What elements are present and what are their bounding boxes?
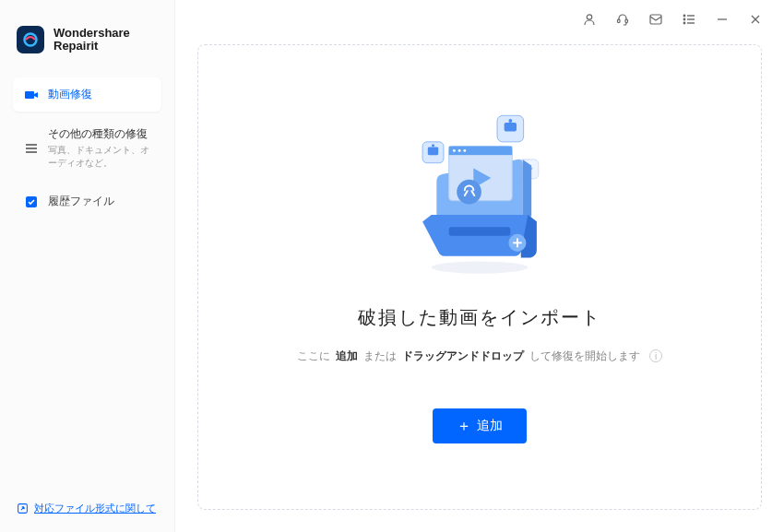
svg-rect-33 — [449, 227, 511, 236]
import-illustration-icon — [387, 112, 572, 278]
list-button[interactable] — [681, 11, 697, 28]
close-button[interactable] — [747, 11, 764, 28]
sidebar-item-label: 履歴ファイル — [48, 194, 114, 209]
check-icon — [24, 195, 39, 209]
file-format-link[interactable]: 対応ファイル形式に関して — [17, 502, 158, 515]
sidebar: Wondershare Repairit 動画修復 その他の種類の修復 写真、ド… — [0, 0, 175, 532]
sidebar-item-label: その他の種類の修復 — [48, 126, 150, 142]
svg-rect-4 — [26, 151, 37, 153]
add-button-label: 追加 — [477, 418, 503, 434]
info-icon[interactable]: i — [649, 349, 662, 362]
svg-rect-24 — [428, 147, 438, 155]
video-icon — [24, 88, 39, 102]
svg-rect-1 — [25, 91, 34, 99]
account-button[interactable] — [581, 11, 598, 28]
dropzone[interactable]: 破損した動画をインポート ここに追加またはドラッグアンドドロップして修復を開始し… — [197, 44, 762, 510]
svg-point-25 — [432, 144, 434, 147]
svg-rect-9 — [625, 19, 628, 23]
svg-rect-8 — [618, 19, 621, 23]
dropzone-subtext: ここに追加またはドラッグアンドドロップして修復を開始します i — [297, 349, 662, 364]
svg-rect-3 — [26, 148, 37, 149]
external-link-icon — [17, 502, 29, 514]
add-button[interactable]: ＋ 追加 — [433, 408, 527, 443]
svg-point-7 — [587, 15, 591, 19]
svg-point-32 — [457, 179, 481, 204]
brand: Wondershare Repairit — [0, 26, 174, 77]
svg-point-22 — [508, 119, 512, 123]
support-button[interactable] — [614, 11, 631, 28]
titlebar — [175, 0, 784, 39]
file-format-link-label: 対応ファイル形式に関して — [34, 502, 156, 515]
minimize-button[interactable] — [714, 11, 731, 28]
svg-rect-2 — [26, 144, 37, 146]
svg-point-31 — [463, 148, 466, 151]
svg-point-29 — [453, 148, 456, 151]
brand-logo-icon — [17, 26, 44, 53]
svg-point-11 — [683, 15, 684, 16]
brand-name-2: Repairit — [53, 40, 130, 53]
feedback-button[interactable] — [647, 11, 664, 28]
menu-icon — [24, 141, 39, 156]
svg-point-13 — [683, 18, 684, 19]
sidebar-item-label: 動画修復 — [48, 87, 92, 102]
sidebar-item-sublabel: 写真、ドキュメント、オーディオなど。 — [48, 144, 150, 170]
svg-rect-10 — [650, 15, 661, 24]
sidebar-item-other-repair[interactable]: その他の種類の修復 写真、ドキュメント、オーディオなど。 — [13, 117, 161, 179]
dropzone-heading: 破損した動画をインポート — [358, 305, 601, 330]
main: 破損した動画をインポート ここに追加またはドラッグアンドドロップして修復を開始し… — [175, 0, 784, 532]
svg-point-37 — [432, 261, 529, 273]
svg-rect-21 — [505, 122, 517, 131]
svg-point-15 — [683, 22, 684, 23]
brand-name-1: Wondershare — [53, 27, 130, 40]
sidebar-item-history[interactable]: 履歴ファイル — [13, 184, 161, 219]
svg-point-30 — [458, 148, 461, 151]
sidebar-item-video-repair[interactable]: 動画修復 — [13, 77, 161, 112]
plus-icon: ＋ — [457, 419, 471, 433]
